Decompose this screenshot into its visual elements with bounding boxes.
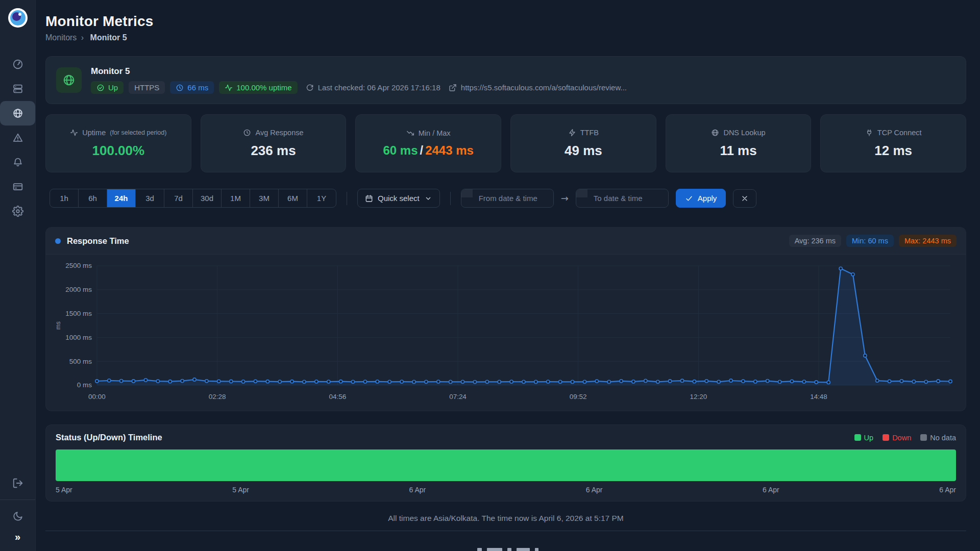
filter-divider bbox=[450, 192, 451, 205]
server-icon bbox=[12, 83, 23, 94]
check-circle-icon bbox=[96, 84, 105, 92]
timeline-date-labels: 5 Apr5 Apr6 Apr6 Apr6 Apr6 Apr bbox=[56, 486, 956, 494]
clock-icon bbox=[176, 84, 184, 92]
dark-mode-toggle[interactable] bbox=[0, 505, 35, 528]
svg-text:14:48: 14:48 bbox=[810, 393, 827, 400]
sidebar-item-notifications[interactable] bbox=[0, 150, 35, 174]
monitor-url[interactable]: https://s5.softaculous.com/a/softaculous… bbox=[449, 83, 627, 92]
plug-icon bbox=[865, 129, 873, 137]
timeline-date-label: 6 Apr bbox=[409, 486, 426, 494]
app-window: » Monitor Metrics Monitors › Monitor 5 M… bbox=[0, 0, 980, 551]
max-badge: Max: 2443 ms bbox=[899, 235, 957, 247]
chart-area: 0 ms500 ms1000 ms1500 ms2000 ms2500 ms00… bbox=[46, 255, 966, 411]
last-checked: Last checked: 06 Apr 2026 17:16:18 bbox=[306, 83, 440, 92]
sidebar-item-alerts[interactable] bbox=[0, 126, 35, 150]
stat-cards: Uptime(for selected period) 100.00% Avg … bbox=[45, 114, 966, 172]
range-button-24h[interactable]: 24h bbox=[107, 189, 136, 207]
svg-text:2500 ms: 2500 ms bbox=[65, 262, 92, 269]
clear-filter-button[interactable] bbox=[733, 189, 756, 208]
moon-icon bbox=[12, 511, 23, 522]
sidebar-item-billing[interactable] bbox=[0, 174, 35, 199]
timeline-legend: UpDownNo data bbox=[854, 434, 956, 442]
sidebar: » bbox=[0, 0, 36, 551]
refresh-icon bbox=[306, 84, 314, 92]
uptime-timeline-bar[interactable] bbox=[56, 449, 956, 481]
brand-logo[interactable] bbox=[8, 8, 28, 28]
check-icon bbox=[685, 194, 693, 203]
from-date-input[interactable] bbox=[473, 189, 553, 207]
gear-icon bbox=[12, 206, 23, 217]
logout-button[interactable] bbox=[0, 472, 35, 494]
to-date-input[interactable] bbox=[587, 189, 668, 207]
svg-text:12:20: 12:20 bbox=[690, 393, 707, 400]
timeline-date-label: 5 Apr bbox=[232, 486, 249, 494]
logo-glint bbox=[18, 13, 21, 16]
svg-text:500 ms: 500 ms bbox=[69, 358, 92, 365]
range-button-1h[interactable]: 1h bbox=[50, 189, 79, 207]
calendar-icon bbox=[576, 189, 587, 197]
filter-bar: 1h6h24h3d7d30d1M3M6M1Y Quick select → Ap… bbox=[50, 189, 966, 208]
sidebar-item-monitors[interactable] bbox=[0, 101, 35, 126]
timeline-date-label: 5 Apr bbox=[56, 486, 72, 494]
monitor-type-tile bbox=[56, 67, 82, 93]
stat-value-avg-response: 236 ms bbox=[251, 143, 296, 159]
apply-button[interactable]: Apply bbox=[676, 189, 726, 208]
legend-swatch bbox=[883, 434, 889, 441]
bell-icon bbox=[12, 157, 23, 168]
range-button-6m[interactable]: 6M bbox=[279, 189, 307, 207]
clock-icon bbox=[243, 129, 251, 137]
sidebar-item-dashboard[interactable] bbox=[0, 52, 35, 77]
filter-divider bbox=[347, 192, 347, 205]
activity-icon bbox=[70, 129, 78, 137]
sidebar-expand-button[interactable]: » bbox=[15, 532, 20, 542]
stat-value-min-max: 60 ms/2443 ms bbox=[383, 143, 473, 158]
uptime-badge: 100.00% uptime bbox=[219, 81, 297, 94]
legend-swatch bbox=[920, 434, 927, 441]
sidebar-divider bbox=[0, 499, 35, 500]
range-button-1y[interactable]: 1Y bbox=[307, 189, 336, 207]
quick-select-button[interactable]: Quick select bbox=[357, 189, 440, 208]
range-button-30d[interactable]: 30d bbox=[193, 189, 222, 207]
stat-card-tcp-connect: TCP Connect 12 ms bbox=[820, 114, 966, 172]
breadcrumb-separator: › bbox=[81, 33, 84, 42]
to-date-field bbox=[576, 189, 669, 208]
svg-text:00:00: 00:00 bbox=[88, 393, 106, 400]
timeline-date-label: 6 Apr bbox=[939, 486, 956, 494]
response-chart[interactable]: 0 ms500 ms1000 ms1500 ms2000 ms2500 ms00… bbox=[53, 259, 959, 408]
sidebar-item-settings[interactable] bbox=[0, 199, 35, 223]
range-button-3m[interactable]: 3M bbox=[250, 189, 279, 207]
protocol-badge: HTTPS bbox=[129, 81, 165, 94]
svg-text:2000 ms: 2000 ms bbox=[65, 286, 92, 293]
breadcrumb-monitors[interactable]: Monitors bbox=[45, 33, 77, 42]
stat-card-ttfb: TTFB 49 ms bbox=[510, 114, 656, 172]
stat-card-uptime: Uptime(for selected period) 100.00% bbox=[45, 114, 191, 172]
legend-item-up: Up bbox=[854, 434, 874, 442]
logout-icon bbox=[12, 478, 23, 489]
timeline-segment-up[interactable] bbox=[56, 449, 956, 481]
range-button-6h[interactable]: 6h bbox=[79, 189, 107, 207]
response-stat-badges: Avg: 236 ms Min: 60 ms Max: 2443 ms bbox=[789, 235, 957, 247]
globe-icon bbox=[62, 73, 76, 87]
stat-card-dns-lookup: DNS Lookup 11 ms bbox=[666, 114, 812, 172]
svg-text:0 ms: 0 ms bbox=[77, 381, 92, 389]
legend-swatch bbox=[854, 434, 861, 441]
response-time-badge: 66 ms bbox=[170, 81, 214, 94]
sidebar-item-servers[interactable] bbox=[0, 77, 35, 101]
calendar-icon bbox=[365, 194, 373, 203]
avg-badge: Avg: 236 ms bbox=[789, 235, 841, 247]
svg-text:04:56: 04:56 bbox=[329, 393, 346, 400]
range-button-3d[interactable]: 3d bbox=[136, 189, 164, 207]
breadcrumb: Monitors › Monitor 5 bbox=[45, 33, 966, 42]
stat-card-avg-response: Avg Response 236 ms bbox=[201, 114, 347, 172]
range-button-7d[interactable]: 7d bbox=[164, 189, 193, 207]
range-button-1m[interactable]: 1M bbox=[222, 189, 250, 207]
status-timeline-panel: Status (Up/Down) Timeline UpDownNo data … bbox=[45, 424, 966, 502]
svg-text:07:24: 07:24 bbox=[449, 393, 467, 400]
clipped-bottom-text bbox=[477, 548, 538, 551]
svg-text:ms: ms bbox=[55, 321, 62, 330]
monitor-name: Monitor 5 bbox=[91, 66, 627, 77]
svg-text:1500 ms: 1500 ms bbox=[65, 310, 92, 317]
legend-item-no-data: No data bbox=[920, 434, 956, 442]
time-range-selector: 1h6h24h3d7d30d1M3M6M1Y bbox=[50, 189, 336, 208]
calendar-icon bbox=[461, 189, 473, 197]
